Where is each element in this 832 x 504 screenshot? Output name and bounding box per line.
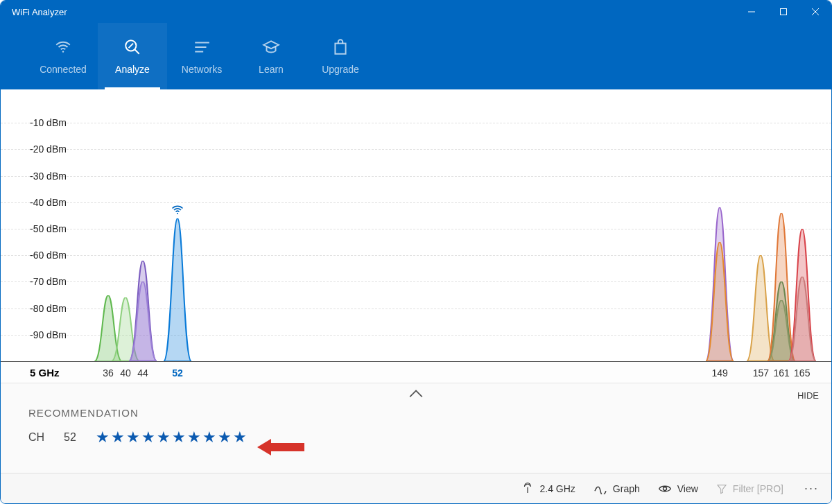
spectrum-chart[interactable]: -10 dBm-20 dBm-30 dBm-40 dBm-50 dBm-60 d…: [1, 89, 831, 362]
y-tick-label: -10 dBm: [30, 117, 67, 128]
graduation-icon: [261, 37, 281, 57]
y-tick-label: -80 dBm: [30, 303, 67, 314]
ch-label: CH: [28, 431, 44, 444]
shopping-bag-icon: [331, 37, 350, 57]
view-label: View: [677, 483, 698, 494]
magnifier-icon: [123, 37, 142, 57]
network-lobe[interactable]: [788, 277, 816, 361]
network-lobe[interactable]: [706, 242, 734, 361]
star-rating: ★★★★★★★★★★: [96, 428, 248, 446]
recommendation-heading: RECOMMENDATION: [28, 407, 804, 419]
recommendation-panel: HIDE RECOMMENDATION CH 52 ★★★★★★★★★★: [1, 383, 831, 473]
hide-button[interactable]: HIDE: [797, 390, 819, 401]
maximize-icon: [780, 8, 787, 15]
svg-line-7: [129, 44, 134, 49]
recommended-channel: 52: [64, 431, 76, 444]
filter-label: Filter [PRO]: [733, 483, 783, 494]
title-bar: WiFi Analyzer: [1, 1, 831, 23]
tab-label: Networks: [182, 64, 222, 75]
x-tick-label: 161: [773, 367, 789, 379]
tab-upgrade[interactable]: Upgrade: [306, 23, 375, 89]
svg-point-12: [177, 213, 178, 214]
chevron-up-icon: [408, 389, 424, 399]
band-label: 5 GHz: [30, 367, 60, 379]
x-tick-label: 157: [753, 367, 769, 379]
x-tick-label: 36: [103, 367, 114, 379]
window-controls: [736, 1, 831, 23]
minimize-button[interactable]: [736, 1, 768, 23]
x-tick-label: 149: [711, 367, 727, 379]
arrow-annotation: [257, 435, 306, 462]
svg-rect-1: [781, 9, 787, 15]
filter-menu[interactable]: Filter [PRO]: [716, 483, 783, 494]
tab-label: Upgrade: [322, 64, 359, 75]
eye-icon: [658, 484, 672, 494]
collapse-button[interactable]: [408, 389, 424, 401]
svg-marker-13: [257, 439, 304, 455]
y-tick-label: -70 dBm: [30, 276, 67, 287]
tab-label: Learn: [259, 64, 284, 75]
y-tick-label: -20 dBm: [30, 144, 67, 155]
band-toggle[interactable]: 2.4 GHz: [521, 483, 575, 495]
more-button[interactable]: ···: [801, 481, 822, 496]
tab-analyze[interactable]: Analyze: [98, 23, 167, 89]
y-tick-label: -90 dBm: [30, 329, 67, 340]
recommendation-row: CH 52 ★★★★★★★★★★: [28, 428, 804, 446]
band-value: 2.4 GHz: [539, 483, 575, 494]
list-icon: [192, 37, 211, 57]
filter-icon: [716, 483, 727, 494]
y-tick-label: -50 dBm: [30, 223, 67, 234]
tab-label: Connected: [40, 64, 87, 75]
app-window: WiFi Analyzer Connected Analyze: [0, 0, 832, 504]
status-bar: 2.4 GHz Graph View Filter [PRO] ···: [1, 473, 831, 503]
x-tick-label: 165: [794, 367, 810, 379]
close-button[interactable]: [799, 1, 831, 23]
minimize-icon: [748, 8, 755, 15]
x-tick-label: 40: [120, 367, 131, 379]
svg-rect-11: [335, 44, 345, 54]
antenna-icon: [521, 483, 534, 495]
graph-menu[interactable]: Graph: [593, 483, 640, 494]
y-tick-label: -60 dBm: [30, 250, 67, 261]
wifi-icon: [53, 37, 73, 57]
tab-learn[interactable]: Learn: [236, 23, 306, 89]
graph-label: Graph: [613, 483, 640, 494]
view-menu[interactable]: View: [658, 483, 698, 494]
tab-connected[interactable]: Connected: [28, 23, 98, 89]
wave-icon: [593, 483, 607, 494]
window-title: WiFi Analyzer: [12, 7, 67, 17]
y-tick-label: -40 dBm: [30, 197, 67, 208]
x-axis-strip: 5 GHz 36404452149157161165: [1, 362, 831, 383]
tab-bar: Connected Analyze Networks Learn Upgrade: [1, 23, 831, 89]
y-tick-label: -30 dBm: [30, 171, 67, 182]
connected-wifi-icon: [171, 203, 184, 220]
network-lobe[interactable]: [164, 218, 191, 361]
svg-line-6: [135, 49, 139, 54]
close-icon: [812, 8, 819, 15]
x-tick-label: 44: [137, 367, 148, 379]
x-tick-label: 52: [172, 367, 183, 379]
tab-networks[interactable]: Networks: [167, 23, 236, 89]
svg-point-4: [62, 51, 64, 52]
svg-point-14: [663, 487, 666, 490]
maximize-button[interactable]: [768, 1, 799, 23]
network-lobe[interactable]: [129, 281, 157, 361]
tab-label: Analyze: [115, 64, 150, 75]
